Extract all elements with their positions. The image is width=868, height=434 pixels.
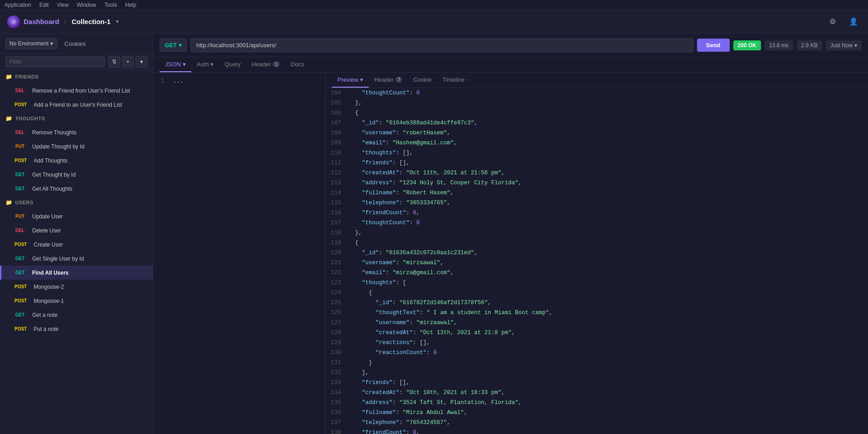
resp-tab-header[interactable]: Header 7 xyxy=(369,73,408,88)
sidebar-filter-input[interactable] xyxy=(5,56,105,67)
json-number: 0 xyxy=(413,428,417,434)
code-text: : xyxy=(379,248,386,257)
sidebar-item-get-thought-id[interactable]: GET Get Thought by Id xyxy=(0,168,153,182)
tab-auth[interactable]: Auth ▾ xyxy=(191,57,219,72)
code-text: , xyxy=(447,128,451,138)
section-users-label: USERS xyxy=(15,200,34,205)
code-text xyxy=(348,128,362,138)
json-key: "thoughts" xyxy=(362,148,396,158)
json-number: 0 xyxy=(416,89,420,98)
item-label-find-all-users: Find All Users xyxy=(32,270,147,276)
code-text xyxy=(348,118,362,128)
tab-header[interactable]: Header 1 xyxy=(246,57,285,72)
sidebar-item-add-friend[interactable]: POST Add a Friend to an User's Friend Li… xyxy=(0,98,153,112)
code-text xyxy=(348,248,362,257)
code-text: : xyxy=(379,118,386,128)
code-text xyxy=(348,348,375,357)
main-layout: No Environment ▾ Cookies ⇅ + ▾ 📁 FRIENDS… xyxy=(0,34,868,434)
code-text: : [], xyxy=(396,148,413,158)
resp-tab-cookie[interactable]: Cookie xyxy=(408,73,437,88)
line-number: 116 xyxy=(326,208,348,217)
code-line-108: 108 "username": "robertHasem", xyxy=(326,128,868,138)
sidebar-item-mongoose2[interactable]: POST Mongoose-2 xyxy=(0,280,153,294)
json-key: "createdAt" xyxy=(362,168,400,178)
cookies-button[interactable]: Cookies xyxy=(61,39,89,49)
code-text: : xyxy=(396,128,403,138)
sidebar-item-delete-user[interactable]: DEL Delete User xyxy=(0,223,153,237)
code-text: : xyxy=(396,188,403,197)
code-text xyxy=(348,258,362,267)
url-input[interactable] xyxy=(190,38,693,52)
resp-tab-timeline[interactable]: Timeline xyxy=(437,73,470,88)
sidebar-item-remove-friend[interactable]: DEL Remove a Friend from User's Friend L… xyxy=(0,84,153,98)
send-button[interactable]: Send xyxy=(697,39,730,52)
breadcrumb-dashboard[interactable]: Dashboard xyxy=(24,18,59,25)
code-text xyxy=(348,188,362,197)
method-post-mongoose2: POST xyxy=(12,283,29,290)
code-line-134: 134 "createdAt": "Oct 10th, 2021 at 18:3… xyxy=(326,388,868,398)
menu-application[interactable]: Application xyxy=(5,2,31,8)
json-string: "mirzaawal" xyxy=(403,258,440,267)
method-select[interactable]: GET ▾ xyxy=(160,39,187,52)
add-button[interactable]: + xyxy=(122,56,134,68)
menu-edit[interactable]: Edit xyxy=(39,2,49,8)
sidebar-item-put-note[interactable]: POST Put a note xyxy=(0,322,153,336)
code-text: : xyxy=(400,418,406,427)
section-friends[interactable]: 📁 FRIENDS xyxy=(0,70,153,84)
sidebar-item-get-single-user[interactable]: GET Get Single User by Id xyxy=(0,252,153,266)
code-text xyxy=(348,178,362,187)
body-ellipsis: ... xyxy=(173,77,184,84)
tab-json[interactable]: JSON ▾ xyxy=(160,57,191,72)
resp-tab-preview[interactable]: Preview ▾ xyxy=(332,73,369,88)
item-label-update-thought: Update Thought by Id xyxy=(32,143,147,150)
method-del-thoughts: DEL xyxy=(12,129,28,136)
user-button[interactable]: 👤 xyxy=(846,15,861,29)
sidebar-item-find-all-users[interactable]: GET Find All Users xyxy=(0,266,153,280)
code-text xyxy=(348,218,362,227)
section-users[interactable]: 📁 USERS xyxy=(0,196,153,209)
code-text: { xyxy=(348,108,359,118)
environment-select[interactable]: No Environment ▾ xyxy=(5,38,57,49)
section-thoughts[interactable]: 📁 THOUGHTS xyxy=(0,112,153,125)
code-line-106: 106 { xyxy=(326,108,868,118)
folder-icon-users: 📁 xyxy=(5,199,13,206)
item-label-add-friend: Add a Friend to an User's Friend List xyxy=(34,102,147,108)
json-string: "Oct 13th, 2021 at 21:8 pm" xyxy=(420,328,512,337)
line-number: 105 xyxy=(326,99,348,108)
sidebar-item-add-thoughts[interactable]: POST Add Thoughts xyxy=(0,153,153,168)
item-label-add-thoughts: Add Thoughts xyxy=(34,158,147,164)
menu-view[interactable]: View xyxy=(57,2,68,8)
code-text xyxy=(348,378,362,387)
sort-button[interactable]: ⇅ xyxy=(108,56,120,68)
code-text: : xyxy=(427,348,434,357)
code-line-107: 107 "_id": "6164eb388ad41de4cffe97c3", xyxy=(326,118,868,128)
sidebar-item-mongoose1[interactable]: POST Mongoose-1 xyxy=(0,294,153,308)
sidebar-item-update-thought[interactable]: PUT Update Thought by Id xyxy=(0,139,153,153)
sidebar-item-get-note[interactable]: GET Get a note xyxy=(0,308,153,322)
code-text xyxy=(348,268,362,277)
menu-help[interactable]: Help xyxy=(125,2,137,8)
line-number: 138 xyxy=(326,428,348,434)
code-text xyxy=(348,89,362,98)
breadcrumb-arrow[interactable]: ▾ xyxy=(116,19,119,25)
sidebar-item-get-all-thoughts[interactable]: GET Get All Thoughts xyxy=(0,182,153,196)
method-del-badge: DEL xyxy=(12,87,28,94)
json-arrow: ▾ xyxy=(183,61,186,68)
sidebar-item-update-user[interactable]: PUT Update User xyxy=(0,209,153,223)
breadcrumb-collection[interactable]: Collection-1 xyxy=(72,18,111,25)
tab-query[interactable]: Query xyxy=(219,57,246,72)
menu-window[interactable]: Window xyxy=(77,2,96,8)
line-number: 125 xyxy=(326,298,348,307)
settings-button[interactable]: ⚙ xyxy=(825,15,840,29)
more-button[interactable]: ▾ xyxy=(136,56,147,68)
menu-tools[interactable]: Tools xyxy=(104,2,117,8)
line-number: 122 xyxy=(326,268,348,277)
code-text: : xyxy=(410,318,416,327)
code-text: }, xyxy=(348,228,362,237)
json-string: "robertHasem" xyxy=(403,128,447,138)
json-key: "thoughtCount" xyxy=(362,218,410,227)
tab-docs[interactable]: Docs xyxy=(285,57,310,72)
line-number: 121 xyxy=(326,258,348,267)
sidebar-item-create-user[interactable]: POST Create User xyxy=(0,237,153,252)
sidebar-item-remove-thoughts[interactable]: DEL Remove Thoughts xyxy=(0,125,153,139)
